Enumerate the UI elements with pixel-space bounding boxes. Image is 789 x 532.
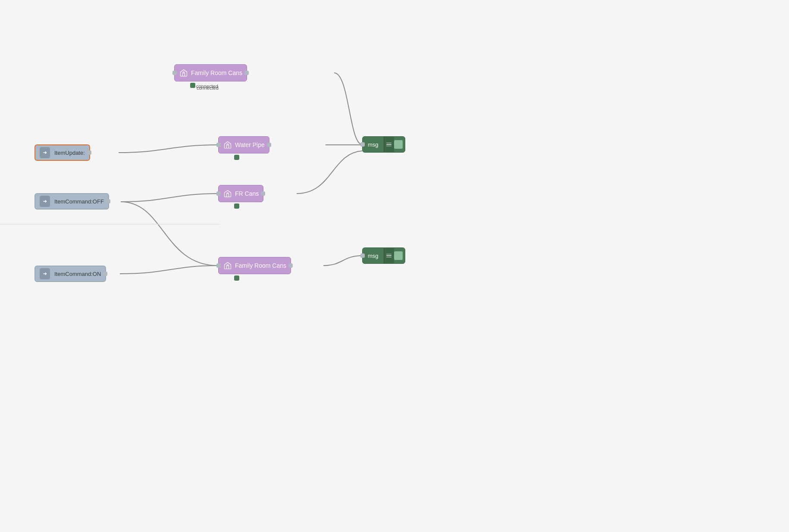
node-label: Family Room Cans — [235, 262, 286, 269]
home-icon — [223, 261, 232, 270]
home-icon — [179, 68, 188, 78]
debug-toggle[interactable] — [394, 140, 403, 149]
connected-label: connected — [197, 85, 219, 91]
input-port — [216, 191, 221, 196]
output-port — [106, 199, 110, 203]
home-icon — [223, 189, 232, 198]
input-icon — [40, 268, 50, 279]
debug-menu-icon[interactable] — [384, 248, 394, 263]
node-fr-cans[interactable]: FR Cans — [218, 185, 263, 202]
connections-layer — [0, 0, 789, 532]
node-msg-bottom[interactable]: msg — [362, 247, 405, 264]
input-port — [172, 71, 177, 75]
input-port — [216, 263, 221, 268]
node-label: Family Room Cans — [191, 69, 242, 76]
output-port — [87, 150, 91, 155]
output-port — [244, 71, 249, 75]
node-item-command-on[interactable]: ItemCommand:ON — [34, 266, 106, 282]
node-family-room-cans-top[interactable]: Family Room Cans connected — [174, 64, 247, 81]
input-icon — [40, 147, 50, 158]
output-port — [261, 191, 265, 196]
flow-canvas[interactable]: Family Room Cans connected connected Ite… — [0, 0, 789, 532]
output-port — [103, 272, 107, 276]
input-icon — [40, 196, 50, 207]
debug-menu-icon[interactable] — [384, 137, 394, 152]
node-label: ItemUpdate: — [54, 150, 85, 156]
status-dot — [190, 83, 195, 88]
node-item-command-off[interactable]: ItemCommand:OFF — [34, 193, 109, 210]
status-dot — [234, 155, 239, 160]
output-port — [288, 263, 293, 268]
node-item-update[interactable]: ItemUpdate: — [34, 144, 90, 161]
node-label: Water Pipe — [235, 141, 265, 148]
status-dot — [234, 203, 239, 209]
debug-label: msg — [363, 141, 384, 148]
node-label: ItemCommand:OFF — [54, 198, 104, 205]
node-label: FR Cans — [235, 190, 259, 197]
debug-toggle[interactable] — [394, 251, 403, 260]
node-family-room-cans-bottom[interactable]: Family Room Cans — [218, 257, 291, 274]
node-msg-top[interactable]: msg — [362, 136, 405, 153]
node-label: ItemCommand:ON — [54, 271, 101, 277]
debug-label: msg — [363, 253, 384, 259]
input-port — [216, 143, 221, 147]
node-water-pipe[interactable]: Water Pipe — [218, 136, 269, 153]
home-icon — [223, 140, 232, 150]
status-dot — [234, 275, 239, 281]
input-port — [360, 253, 365, 258]
input-port — [360, 142, 365, 147]
output-port — [267, 143, 271, 147]
